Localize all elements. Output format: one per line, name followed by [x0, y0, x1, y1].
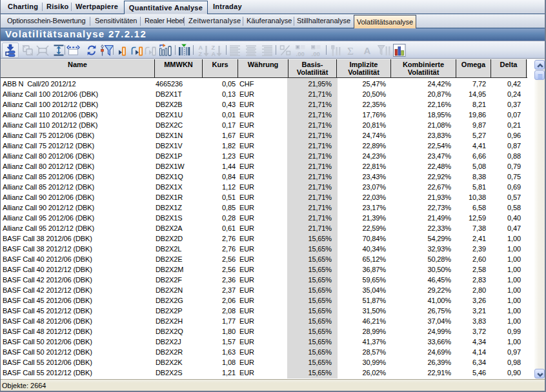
svg-text:A: A	[212, 51, 216, 57]
svg-text:.00: .00	[296, 50, 305, 57]
svg-text:Z: Z	[199, 51, 203, 57]
svg-text:.00: .00	[312, 50, 320, 57]
svg-text:A: A	[199, 44, 203, 51]
svg-text:Σ: Σ	[347, 45, 354, 57]
svg-text:A: A	[364, 45, 371, 56]
svg-text:Z: Z	[212, 44, 216, 51]
